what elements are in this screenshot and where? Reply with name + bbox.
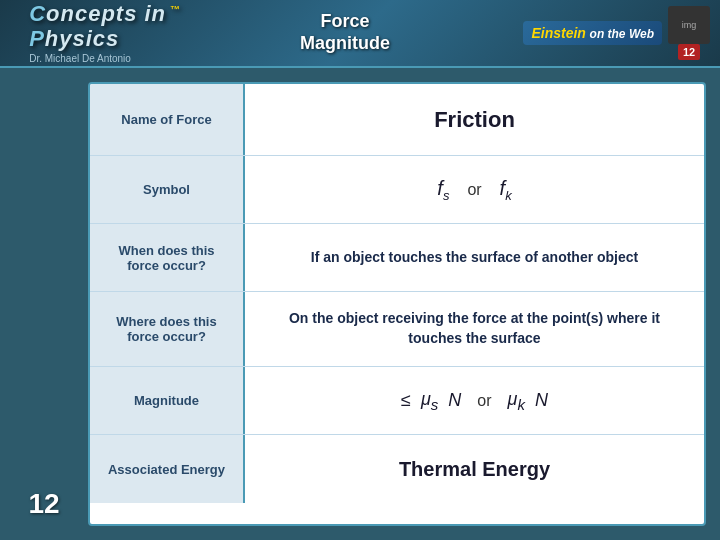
table-row-when: When does this force occur? If an object…	[90, 224, 704, 292]
mu-k-symbol: μk	[508, 389, 525, 413]
on-the-web-text: on the Web	[590, 27, 654, 41]
table-row-energy: Associated Energy Thermal Energy	[90, 435, 704, 503]
concepts-in-physics-logo: Concepts in ™ Physics Dr. Michael De Ant…	[10, 3, 200, 63]
table-row-where: Where does this force occur? On the obje…	[90, 292, 704, 367]
sidebar-left: 12	[0, 68, 88, 540]
thermal-energy-text: Thermal Energy	[399, 458, 550, 481]
logo-line1: Concepts in ™	[29, 2, 181, 26]
page-number-sidebar: 12	[28, 488, 59, 520]
or-separator-2: or	[477, 392, 491, 410]
table-row-symbol: Symbol fs or fk	[90, 156, 704, 224]
page-title: Force Magnitude	[210, 11, 480, 54]
f-s-symbol: fs	[437, 177, 449, 203]
main-content: 12 Name of Force Friction Symbol fs o	[0, 68, 720, 540]
table-row-name: Name of Force Friction	[90, 84, 704, 156]
force-info-table: Name of Force Friction Symbol fs or fk	[88, 82, 706, 526]
einstein-text: Einstein	[531, 25, 585, 41]
header-center: Force Magnitude	[200, 11, 490, 54]
header-right: Einstein on the Web img 12	[490, 6, 710, 60]
page-header: Concepts in ™ Physics Dr. Michael De Ant…	[0, 0, 720, 68]
label-when: When does this force occur?	[90, 224, 245, 291]
einstein-logo: Einstein on the Web	[523, 21, 662, 45]
f-k-symbol: fk	[500, 177, 512, 203]
N-symbol-k: N	[535, 390, 548, 411]
label-name-of-force: Name of Force	[90, 84, 245, 155]
value-name-of-force: Friction	[245, 84, 704, 155]
value-magnitude: ≤ μs N or μk N	[245, 367, 704, 434]
symbol-math-display: fs or fk	[437, 177, 511, 203]
logo-line2: Physics	[29, 27, 181, 51]
label-magnitude: Magnitude	[90, 367, 245, 434]
label-where: Where does this force occur?	[90, 292, 245, 366]
page-number-badge: 12	[678, 44, 700, 60]
value-symbol: fs or fk	[245, 156, 704, 223]
label-associated-energy: Associated Energy	[90, 435, 245, 503]
value-associated-energy: Thermal Energy	[245, 435, 704, 503]
label-symbol: Symbol	[90, 156, 245, 223]
trademark-symbol: ™	[166, 4, 181, 15]
N-symbol-s: N	[448, 390, 461, 411]
value-when: If an object touches the surface of anot…	[245, 224, 704, 291]
value-where: On the object receiving the force at the…	[245, 292, 704, 366]
or-separator: or	[467, 181, 481, 199]
table-row-magnitude: Magnitude ≤ μs N or μk N	[90, 367, 704, 435]
mu-s-symbol: μs	[421, 389, 438, 413]
leq-symbol: ≤	[401, 390, 411, 411]
magnitude-math-display: ≤ μs N or μk N	[401, 389, 548, 413]
thumbnail-image: img	[668, 6, 710, 44]
author-name: Dr. Michael De Antonio	[29, 53, 181, 64]
